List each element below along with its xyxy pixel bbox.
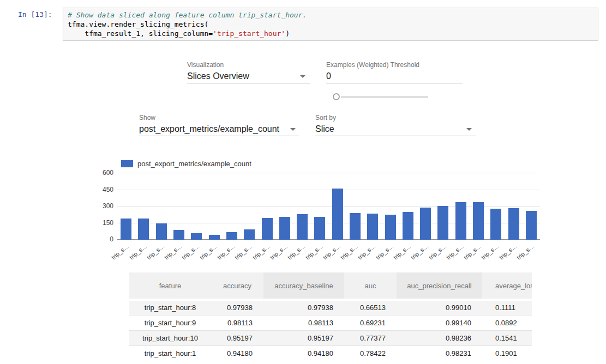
- table-header-cell: accuracy_baseline: [263, 272, 344, 300]
- threshold-label: Examples (Weighted) Threshold: [326, 61, 419, 69]
- y-tick-label: 450: [98, 186, 113, 193]
- bar[interactable]: [367, 214, 378, 240]
- bar-slot: [470, 202, 487, 240]
- bar-slot: [153, 223, 170, 240]
- table-cell: trip_start_hour:1: [129, 345, 211, 361]
- table-header-cell: auc: [344, 272, 397, 300]
- bar-slot: [293, 214, 311, 240]
- bar[interactable]: [385, 215, 396, 240]
- slicing-metrics-chart: post_export_metrics/example_count 015030…: [98, 158, 551, 259]
- visualization-select[interactable]: Slices Overview: [187, 71, 249, 81]
- bar[interactable]: [191, 233, 202, 240]
- y-tick-label: 300: [98, 202, 113, 210]
- y-tick-label: 600: [98, 169, 113, 177]
- show-label: Show: [139, 114, 155, 122]
- bar[interactable]: [173, 230, 184, 240]
- bar[interactable]: [297, 214, 308, 240]
- bar[interactable]: [244, 229, 255, 240]
- bar-slot: [452, 202, 470, 240]
- sort-by-label: Sort by: [315, 114, 336, 122]
- chevron-down-icon[interactable]: [466, 128, 472, 131]
- code-string: 'trip_start_hour': [213, 29, 285, 38]
- table-cell: 0.99010: [397, 300, 482, 315]
- threshold-underline: [326, 83, 463, 83]
- table-cell: 0.98236: [397, 330, 482, 345]
- table-cell: 0.98231: [397, 345, 482, 361]
- code-text: ): [285, 29, 290, 38]
- y-tick-label: 150: [98, 219, 113, 227]
- bar-slot: [346, 213, 364, 240]
- table-cell: 0.99140: [397, 315, 482, 330]
- chevron-down-icon[interactable]: [290, 128, 296, 131]
- x-axis-labels: trip_s…trip_s…trip_s…trip_s…trip_s…trip_…: [117, 241, 540, 257]
- bar-slot: [117, 219, 135, 240]
- table-row: trip_start_hour:100.951970.951970.773770…: [129, 330, 532, 345]
- table-row: trip_start_hour:10.941800.941800.784220.…: [129, 345, 532, 361]
- table-cell: trip_start_hour:9: [129, 315, 211, 330]
- bars: [117, 173, 540, 240]
- bar[interactable]: [209, 235, 220, 240]
- bar[interactable]: [420, 208, 431, 240]
- bar-slot: [276, 217, 293, 240]
- table-cell: 0.98113: [263, 315, 344, 330]
- code-comment: # Show data sliced along feature column …: [68, 10, 593, 20]
- bar-slot: [170, 230, 188, 240]
- bar-slot: [135, 219, 152, 240]
- bar[interactable]: [314, 217, 325, 240]
- bar-slot: [364, 214, 381, 240]
- bar-slot: [311, 217, 328, 240]
- table-cell: 0.97938: [211, 300, 263, 315]
- bar[interactable]: [508, 208, 519, 240]
- code-cell[interactable]: # Show data sliced along feature column …: [63, 8, 598, 41]
- bar[interactable]: [526, 211, 537, 240]
- bar[interactable]: [156, 223, 167, 240]
- chevron-down-icon[interactable]: [300, 75, 305, 78]
- slider-track[interactable]: [341, 96, 428, 98]
- table-body: trip_start_hour:80.979380.979380.665130.…: [129, 300, 532, 361]
- table-cell: 0.1541: [482, 330, 532, 345]
- visualization-underline: [187, 83, 310, 83]
- table-cell: 0.94180: [263, 345, 344, 361]
- bar[interactable]: [403, 212, 413, 240]
- table-cell: 0.95197: [263, 330, 344, 345]
- plot-area: [117, 173, 540, 240]
- bar-slot: [399, 212, 417, 240]
- sort-by-select[interactable]: Slice: [315, 124, 334, 134]
- bar-slot: [417, 208, 434, 240]
- bar[interactable]: [473, 202, 484, 240]
- table-header-row: featureaccuracyaccuracy_baselineaucauc_p…: [129, 272, 532, 300]
- bar-slot: [523, 211, 540, 240]
- show-underline: [139, 136, 299, 136]
- bar[interactable]: [437, 206, 448, 240]
- sort-underline: [315, 136, 476, 136]
- code-text: tfma_result_1, slicing_column=: [68, 29, 213, 38]
- slider-knob[interactable]: [333, 93, 340, 100]
- bar[interactable]: [490, 209, 501, 240]
- threshold-input[interactable]: 0: [326, 71, 331, 81]
- table-cell: 0.0892: [482, 315, 532, 330]
- visualization-label: Visualization: [187, 61, 224, 69]
- bar[interactable]: [279, 217, 290, 240]
- bar-slot: [434, 206, 452, 240]
- bar[interactable]: [350, 213, 361, 240]
- bar[interactable]: [121, 219, 131, 240]
- bar[interactable]: [455, 202, 466, 240]
- threshold-slider[interactable]: [333, 93, 431, 101]
- table-row: trip_start_hour:90.981130.981130.692310.…: [129, 315, 532, 330]
- table-row: trip_start_hour:80.979380.979380.665130.…: [129, 300, 532, 315]
- bar[interactable]: [332, 189, 343, 240]
- bar[interactable]: [262, 218, 273, 240]
- show-metric-select[interactable]: post_export_metrics/example_count: [139, 124, 279, 134]
- bar-slot: [241, 229, 258, 240]
- table-header-cell: feature: [129, 272, 211, 300]
- table-cell: 0.94180: [211, 345, 263, 361]
- y-axis: 0150300450600: [98, 158, 113, 248]
- table-cell: 0.1111: [482, 300, 532, 315]
- code-line: tfma.view.render_slicing_metrics(: [68, 20, 593, 29]
- bar-slot: [205, 235, 223, 240]
- bar-slot: [329, 189, 346, 240]
- bar[interactable]: [138, 219, 149, 240]
- table-cell: 0.78422: [344, 345, 397, 361]
- bar[interactable]: [226, 232, 237, 240]
- table-cell: 0.77377: [344, 330, 397, 345]
